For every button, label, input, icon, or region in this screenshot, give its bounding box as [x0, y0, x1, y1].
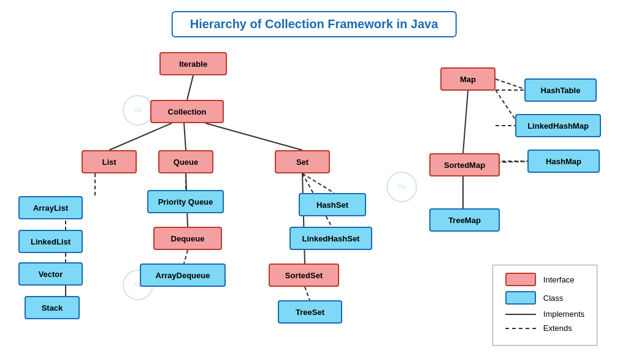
- legend-interface-box: [505, 273, 536, 286]
- node-linkedhashset: LinkedHashSet: [289, 227, 372, 250]
- node-treemap: TreeMap: [429, 208, 500, 232]
- svg-line-0: [187, 75, 193, 100]
- node-iterable: Iterable: [159, 52, 227, 75]
- node-hashtable: HashTable: [524, 78, 597, 102]
- legend-class: Class: [505, 291, 584, 305]
- svg-line-17: [305, 287, 310, 300]
- node-hashset: HashSet: [299, 193, 366, 216]
- node-linkedhashmap: LinkedHashMap: [515, 114, 601, 137]
- legend: Interface Class Implements Extends: [492, 265, 597, 346]
- legend-extends-label: Extends: [543, 324, 572, 333]
- legend-class-box: [505, 291, 536, 305]
- node-sortedmap: SortedMap: [429, 153, 500, 176]
- node-sortedset: SortedSet: [269, 264, 339, 287]
- node-arraylist: ArrayList: [18, 196, 83, 219]
- node-list: List: [82, 150, 137, 173]
- node-treeset: TreeSet: [278, 300, 342, 324]
- svg-line-13: [184, 250, 188, 264]
- legend-implements: Implements: [505, 309, 584, 319]
- node-stack: Stack: [25, 296, 80, 319]
- svg-line-14: [302, 173, 334, 193]
- watermark-2: ©D: [386, 172, 417, 202]
- node-hashmap: HashMap: [527, 150, 600, 173]
- svg-line-19: [496, 79, 527, 90]
- node-priorityqueue: Priority Queue: [147, 190, 224, 213]
- legend-extends-line: [505, 328, 536, 329]
- svg-line-2: [184, 123, 186, 150]
- diagram-container: Hierarchy of Collection Framework in Jav…: [0, 0, 628, 364]
- legend-implements-label: Implements: [543, 309, 584, 319]
- node-vector: Vector: [18, 262, 83, 286]
- svg-line-1: [109, 123, 172, 150]
- legend-interface: Interface: [505, 273, 584, 286]
- node-set: Set: [275, 150, 330, 173]
- node-collection: Collection: [150, 100, 224, 123]
- legend-interface-label: Interface: [543, 275, 575, 284]
- legend-implements-line: [505, 314, 536, 315]
- node-map: Map: [440, 67, 496, 91]
- node-dequeue: Dequeue: [153, 227, 222, 250]
- title: Hierarchy of Collection Framework in Jav…: [172, 11, 457, 37]
- svg-line-3: [205, 123, 302, 150]
- node-queue: Queue: [158, 150, 213, 173]
- node-linkedlist: LinkedList: [18, 230, 83, 253]
- legend-class-label: Class: [543, 294, 564, 303]
- svg-line-18: [463, 91, 468, 153]
- watermark-1: ©D: [123, 95, 153, 126]
- legend-extends: Extends: [505, 324, 584, 333]
- node-arraydequeue: ArrayDequeue: [140, 264, 226, 287]
